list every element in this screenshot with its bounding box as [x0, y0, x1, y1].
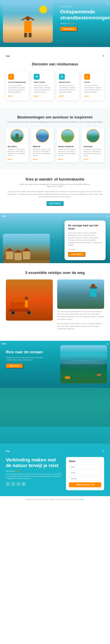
zonnige-card-title: De zonnige kant van het leven [68, 224, 102, 230]
social-linkedin-icon[interactable]: in [16, 482, 20, 486]
service-text-0: Duis aute irure dolor in reprehenderit i… [8, 84, 26, 93]
contact-left: Verbinding maken met de natuur terwijl j… [6, 457, 62, 488]
zonnige-card-link: van Freepit [68, 248, 102, 250]
ocean-image [60, 345, 107, 383]
wander-subtitle: Besit u op zoek naar een ontspannen Euro… [18, 183, 92, 188]
form-email-field[interactable] [69, 470, 101, 475]
services-logo[interactable]: logo [6, 55, 10, 57]
dest-card-3: Indonesië Sample text. Click to select t… [82, 128, 104, 162]
zonnige-section: logo ≡ De zonnige kant van het leven Lor… [0, 213, 110, 263]
tip-text-1: Duis commodo arcu adest adleec. Fusce co… [57, 310, 104, 320]
dest-name-3: Indonesië [84, 146, 103, 148]
section5-logo[interactable]: logo [2, 215, 6, 217]
destinations-title: Bestemmingen om avontuur te inspireren [6, 115, 104, 120]
nav-menu-icon[interactable]: ≡ [107, 2, 108, 5]
hero-subtitle: eBooking uit Freepit [60, 22, 106, 24]
contact-title: Verbinding maken met de natuur terwijl j… [6, 457, 62, 468]
service-card-2: 🏛 WORKSHOPS Duis aute irure dolor in rep… [57, 71, 79, 100]
dest-img-2 [61, 129, 74, 142]
tip-text-block: Duis commodo arcu adest adleec. Fusce co… [57, 309, 104, 334]
ocean-content: Reis naar de oceaan Sample text. Click t… [6, 350, 44, 368]
dest-card-2: Nieuw-Caledonië Sample text. Click to se… [56, 128, 79, 162]
service-card-0: ✈ VLUCHTONDERZOEK Duis aute irure dolor … [6, 71, 28, 100]
service-title-1: ONZE TOURS [34, 82, 51, 83]
tips-layout: Duis commodo arcu adest adleec. Fusce co… [6, 280, 104, 334]
social-twitter-icon[interactable]: t [11, 482, 15, 486]
service-title-2: WORKSHOPS [59, 82, 77, 83]
service-text-3: Duis aute irure dolor in reprehenderit i… [84, 84, 102, 93]
contact-form-card: Naam NEEM CONTACT OP [66, 457, 104, 490]
destinations-section: Bestemmingen om avontuur te inspireren L… [0, 108, 110, 170]
contact-body-text: Laat uw vragen of suggesties achter in h… [6, 473, 62, 480]
service-meer-0[interactable]: MEER [8, 96, 13, 97]
hero-content: REISBUREAU Ontspannende strandbestemming… [60, 6, 106, 31]
dest-text-0: Sample text. Click to select the text bo… [8, 148, 26, 157]
wander-title: Kies je wandel- of kunstvakantie [6, 177, 104, 182]
service-text-2: Duis aute irure dolor in reprehenderit i… [59, 84, 77, 93]
services-menu-icon[interactable]: ≡ [103, 54, 104, 58]
service-meer-1[interactable]: MEER [34, 96, 39, 97]
service-title-0: VLUCHTONDERZOEK [8, 82, 26, 83]
services-nav: logo ≡ [6, 54, 104, 58]
zonnige-card: De zonnige kant van het leven Lorem ipsu… [65, 220, 106, 260]
dest-meer-0[interactable]: MEER [8, 158, 12, 160]
form-phone-field[interactable] [69, 476, 101, 481]
tip-travel-image [57, 280, 104, 309]
form-submit-btn[interactable]: NEEM CONTACT OP [69, 482, 101, 487]
tip-right-col: Duis commodo arcu adest adleec. Fusce co… [57, 280, 104, 334]
ocean-lees-meer-btn[interactable]: LEES MEER [6, 364, 23, 368]
section7-menu-icon[interactable]: ≡ [107, 342, 108, 346]
social-facebook-icon[interactable]: f [6, 482, 10, 486]
dest-img-0 [10, 129, 24, 142]
footer-link[interactable]: Freepit [80, 498, 84, 500]
tip-text-2: Duis commodo arcu adest adleec. Fusce co… [57, 322, 104, 330]
ocean-text: Sample text. Click to select the text bo… [6, 356, 44, 361]
services-section: logo ≡ Diensten van reisbureaus ✈ VLUCHT… [0, 47, 110, 108]
hero-section: logo ≡ REISBUREAU Ontspannende str [0, 0, 110, 47]
contact-top: Verbinding maken met de natuur terwijl j… [6, 457, 104, 490]
footer-text: Sample text. Place Click to add Click ag… [6, 498, 104, 500]
contact-subtitle-link[interactable]: Freepit [15, 470, 20, 472]
hero-image [3, 2, 53, 43]
service-icon-1: 🗺 [34, 74, 40, 80]
tip-left-col [6, 280, 53, 320]
dest-meer-1[interactable]: MEER [33, 158, 38, 160]
service-card-3: ✈ STЕUN Duis aute irure dolor in reprehe… [82, 71, 104, 100]
tips-title: 5 essentiële reistips over de weg [6, 270, 104, 275]
dest-text-1: Sample text. Click to select the text bo… [33, 148, 52, 157]
service-meer-2[interactable]: MEER [59, 96, 64, 97]
contact-section: logo ≡ Verbinding maken met de natuur te… [0, 388, 110, 496]
dest-img-1 [36, 129, 49, 142]
service-title-3: STЕUN [84, 82, 102, 83]
zonnige-card-btn[interactable]: LEES MEER [68, 252, 85, 257]
hero-subtitle-link[interactable]: Freepit [70, 22, 75, 24]
dest-name-0: Bora Bora [8, 146, 26, 148]
contact-menu-icon[interactable]: ≡ [103, 450, 104, 452]
contact-bg-image [0, 388, 110, 444]
form-name-field[interactable] [69, 465, 101, 469]
wander-section: Kies je wandel- of kunstvakantie Besit u… [0, 170, 110, 213]
section7-logo[interactable]: logo [2, 342, 6, 345]
social-youtube-icon[interactable]: ▶ [22, 482, 26, 486]
dest-text-3: Sample text. Click to select the text bo… [84, 148, 103, 157]
dest-name-2: Nieuw-Caledonië [58, 146, 77, 148]
service-text-1: Duis aute irure dolor in reprehenderit i… [34, 84, 51, 93]
service-card-1: 🗺 ONZE TOURS Duis aute irure dolor in re… [31, 71, 54, 100]
contact-content: logo ≡ Verbinding maken met de natuur te… [0, 444, 110, 496]
services-title: Diensten van reisbureaus [6, 62, 104, 66]
service-meer-3[interactable]: MEER [84, 96, 89, 97]
dest-name-1: Maleisië [33, 146, 52, 148]
wander-lees-meer-btn[interactable]: LEES MEER [46, 201, 64, 206]
hero-lees-meer-btn[interactable]: LEES MEER [60, 26, 77, 31]
dest-meer-3[interactable]: MEER [84, 158, 89, 160]
zonnige-card-text: Lorem ipsum dolor sit amet, consectetur … [68, 232, 102, 246]
ocean-title: Reis naar de oceaan [6, 350, 44, 354]
service-icon-3: ✈ [84, 74, 90, 80]
destinations-subtitle: Lorem ipsum dolor sit amet, consectetur … [6, 121, 104, 123]
section5-menu-icon[interactable]: ≡ [107, 215, 108, 218]
dest-img-3 [86, 129, 100, 142]
dest-meer-2[interactable]: MEER [58, 158, 63, 160]
tip-car-image [6, 280, 53, 320]
hero-title: Ontspannende strandbestemmingen [60, 9, 106, 21]
contact-logo[interactable]: logo [6, 450, 10, 452]
